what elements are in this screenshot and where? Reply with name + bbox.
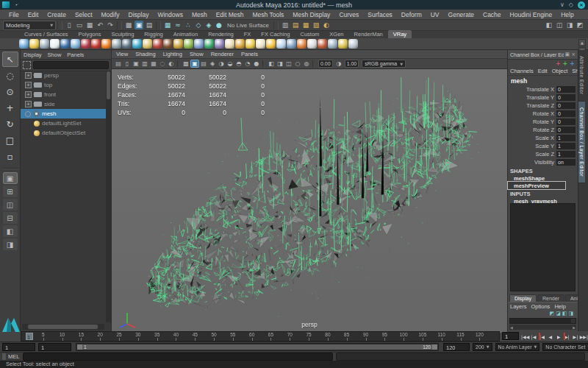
channel-box-menu-edit[interactable]: Edit — [538, 68, 548, 74]
menu-modify[interactable]: Modify — [97, 11, 124, 18]
menu-file[interactable]: File — [4, 11, 24, 18]
menu-mesh-display[interactable]: Mesh Display — [288, 11, 334, 18]
outliner-menu-panels[interactable]: Panels — [67, 52, 84, 58]
layer-editor-tab-display[interactable]: Display — [509, 294, 537, 302]
menu-houdini-engine[interactable]: Houdini Engine — [506, 11, 557, 18]
command-line-input[interactable] — [23, 353, 333, 361]
channel-name[interactable]: Translate Z — [508, 102, 556, 109]
new-scene-icon[interactable]: ▯ — [65, 21, 74, 29]
vray-controller-icon[interactable] — [112, 39, 121, 49]
search-input[interactable] — [33, 61, 109, 69]
vray-sky-icon[interactable] — [276, 39, 286, 49]
menu-mesh-tools[interactable]: Mesh Tools — [248, 11, 289, 18]
layer-list-scrollbar[interactable] — [571, 319, 576, 323]
vray-sun-icon[interactable] — [266, 39, 276, 49]
time-slider[interactable]: 5101520253035404550556065707580859095100… — [21, 331, 500, 342]
shelf-tab-renderman[interactable]: RenderMan — [349, 30, 388, 38]
gamma-icon[interactable]: ◑ — [334, 60, 343, 68]
menu-cache[interactable]: Cache — [478, 11, 506, 18]
rotate-tool[interactable]: ↻ — [2, 116, 18, 132]
expand-icon[interactable]: + — [25, 101, 32, 107]
go-to-end-button[interactable]: ▶▶| — [580, 332, 588, 341]
isolate-select-icon[interactable]: ◧ — [267, 60, 276, 68]
close-button[interactable]: × — [578, 1, 585, 9]
layer-editor-tab-render[interactable]: Render — [537, 294, 564, 302]
toggle-attribute-editor-icon[interactable]: ◫ — [555, 21, 564, 29]
exposure-field[interactable]: 0.00 — [318, 60, 333, 68]
channel-name[interactable]: Translate X — [508, 86, 556, 93]
manip-xyz-icon[interactable]: + — [556, 60, 561, 67]
outliner-item-side[interactable]: +side — [21, 99, 106, 109]
construction-history-icon[interactable]: ▥ — [281, 21, 290, 29]
layer-list[interactable] — [509, 318, 576, 324]
character-set-dropdown[interactable]: No Character Set▼ — [542, 343, 588, 351]
manip-y-icon[interactable]: + — [563, 60, 568, 67]
vray-light-icon[interactable] — [29, 39, 39, 49]
snap-projected-center-icon[interactable]: ◇ — [194, 21, 203, 29]
playback-end-field[interactable]: 120 — [443, 343, 470, 351]
menu-set-selector[interactable]: Modeling ▼ — [3, 21, 56, 30]
range-end-handle[interactable] — [432, 344, 437, 350]
layout-four-pane[interactable]: ⊞ — [3, 185, 18, 197]
channel-value-field[interactable]: 1 — [556, 143, 576, 149]
channel-name[interactable]: Scale Y — [508, 143, 556, 149]
shadows-icon[interactable]: ◑ — [217, 60, 226, 68]
outliner-item-mesh[interactable]: mesh — [21, 109, 106, 118]
image-plane-icon[interactable]: ▦ — [149, 60, 158, 68]
shelf-tab-curves-surfaces[interactable]: Curves / Surfaces — [19, 30, 74, 38]
animation-end-field[interactable]: 200▼ — [473, 343, 492, 351]
layer-list-horizontal-scrollbar[interactable]: ◀ ▶ — [509, 325, 576, 330]
vray-axes-icon[interactable] — [19, 39, 29, 49]
vray-checker-icon[interactable] — [307, 39, 317, 49]
outliner-item-defaultObjectSet[interactable]: defaultObjectSet — [21, 128, 106, 138]
render-settings-icon[interactable]: ◐ — [322, 21, 331, 29]
play-forwards-button[interactable]: ▶ — [555, 332, 563, 341]
grease-pencil-icon[interactable]: ◐ — [167, 60, 176, 68]
viewport-menu-view[interactable]: View — [116, 51, 128, 57]
layer-editor-menu-help[interactable]: Help — [554, 303, 565, 310]
step-back-key-button[interactable]: |◀ — [538, 332, 546, 341]
select-object-icon[interactable]: ▣ — [135, 21, 143, 29]
channel-box-object-name[interactable]: mesh — [508, 76, 578, 85]
pin-panel-icon[interactable]: ▣ — [565, 52, 570, 57]
screen-space-ao-icon[interactable]: ◒ — [226, 60, 234, 68]
go-to-start-button[interactable]: |◀◀ — [521, 332, 529, 341]
channel-value-field[interactable]: 1 — [556, 135, 576, 141]
layout-persp-outliner[interactable]: ◧ — [3, 225, 18, 237]
vray-funnel-icon[interactable] — [235, 39, 245, 49]
move-tool[interactable]: + — [2, 100, 18, 116]
layer-from-selected-icon[interactable]: ◨ — [568, 311, 573, 318]
menu-mesh[interactable]: Mesh — [187, 11, 212, 18]
layout-two-pane-stacked[interactable]: ⊟ — [3, 212, 18, 224]
menu-surfaces[interactable]: Surfaces — [363, 11, 397, 18]
select-tool[interactable]: ↖ — [2, 52, 18, 67]
outliner-menu-display[interactable]: Display — [24, 52, 42, 58]
channel-value-field[interactable]: on — [556, 159, 576, 166]
vray-cone-icon[interactable] — [256, 39, 265, 49]
vray-dome-light-icon[interactable] — [60, 39, 70, 49]
shelf-tab-vray[interactable]: VRay — [388, 30, 412, 38]
close-panel-icon[interactable]: × — [571, 52, 576, 57]
vray-flake-icon[interactable] — [194, 39, 204, 49]
gamma-field[interactable]: 1.00 — [345, 60, 359, 68]
vray-squiggle-icon[interactable] — [204, 39, 214, 49]
vray-sphere-grid-icon[interactable] — [173, 39, 183, 49]
vray-sphere-yellow-icon[interactable] — [245, 39, 255, 49]
shape-node-meshPreview[interactable]: meshPreview — [508, 182, 565, 189]
channel-value-field[interactable]: 0 — [556, 102, 576, 109]
viewport-menu-renderer[interactable]: Renderer — [211, 51, 234, 57]
wireframe-mode-icon[interactable]: ▩ — [182, 60, 190, 68]
joints-xray-icon[interactable]: ◫ — [284, 60, 293, 68]
motion-blur-icon[interactable]: ◓ — [234, 60, 243, 68]
channel-name[interactable]: Rotate X — [508, 110, 556, 117]
move-layer-up-icon[interactable]: ◩ — [550, 311, 555, 318]
snap-view-plane-icon[interactable]: ◈ — [204, 21, 213, 29]
snap-curve-icon[interactable]: ≈ — [173, 21, 182, 29]
lasso-tool[interactable]: ◌ — [2, 68, 18, 83]
channel-value-field[interactable]: 0 — [556, 118, 576, 125]
shelf-tab-xgen[interactable]: XGen — [324, 30, 348, 38]
menu-select[interactable]: Select — [71, 11, 97, 18]
search-filter-icon[interactable] — [23, 61, 31, 69]
menu-deform[interactable]: Deform — [397, 11, 426, 18]
channel-value-field[interactable]: 1 — [556, 151, 576, 158]
